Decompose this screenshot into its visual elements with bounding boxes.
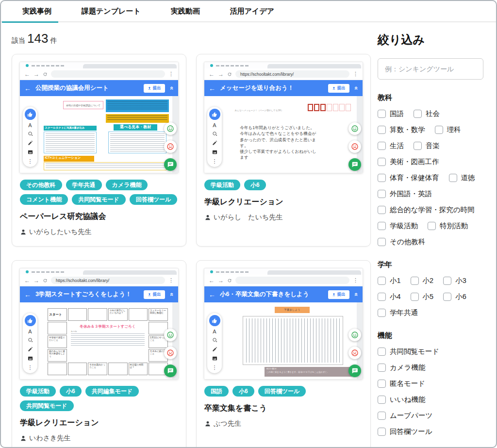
card-author: ぶつ先生 (204, 419, 363, 428)
more-tool-icon: ⋮ (28, 159, 33, 164)
tag[interactable]: 小6 (244, 180, 266, 190)
essay-footer-line2: この枠に収まるように書きます。段落1マス下げること忘れずに。 (266, 371, 353, 374)
upload-icon (332, 293, 336, 297)
tag[interactable]: コメント機能 (20, 194, 68, 205)
more-tool-icon: ⋮ (28, 365, 33, 370)
more-tool-icon: ⋮ (212, 159, 217, 164)
filter-option-feature-3[interactable]: いいね機能 (378, 395, 426, 404)
filter-option-grade-5[interactable]: 小6 (443, 292, 466, 301)
filter-option-grade-4[interactable]: 小5 (411, 292, 434, 301)
url-field (235, 277, 349, 284)
tab-practice-examples[interactable]: 実践事例 (22, 7, 51, 16)
answer-square (333, 104, 338, 111)
filter-option-subject-5[interactable]: 音楽 (414, 141, 440, 150)
collapse-icon: « (168, 293, 176, 296)
thumb-up-tool-icon (209, 315, 220, 326)
filter-option-subject-7[interactable]: 体育・保健体育 (378, 173, 439, 183)
filter-option-subject-13[interactable]: その他教科 (378, 237, 425, 247)
tab-assignment-templates[interactable]: 課題テンプレート (82, 7, 141, 16)
tag[interactable]: 小6 (232, 386, 254, 397)
filter-option-subject-12[interactable]: 特別活動 (428, 221, 468, 231)
tag[interactable]: 共同閲覧モード (20, 400, 74, 411)
answer-square (327, 104, 332, 111)
filter-option-subject-2[interactable]: 算数・数学 (378, 125, 425, 134)
filter-search-input[interactable] (378, 58, 483, 80)
submit-label: 提出 (337, 292, 346, 298)
practice-card-1[interactable]: ← → ⋮ ← 公開授業の協議会用シート 提出 (12, 54, 186, 247)
submit-button: 提出 (144, 84, 165, 93)
filter-option-feature-1[interactable]: カメラ機能 (378, 363, 426, 372)
favicon-dot (26, 64, 29, 67)
forward-arrow-icon: → (218, 71, 224, 77)
board-cell: 組のみんなに新年の挨拶をしよう (48, 349, 67, 362)
filter-option-subject-10[interactable]: 総合的な学習・探究の時間 (378, 205, 475, 215)
tag-list: 学級活動 小6 (204, 180, 363, 190)
person-icon (204, 420, 211, 427)
app-header-bar: ← メッセージを送り合おう！ 提出 « (204, 80, 363, 96)
checkbox-label: 匿名モード (390, 379, 425, 388)
topic-box: 本時の目標や学校課題について (63, 101, 103, 109)
filter-option-subject-6[interactable]: 美術・図画工作 (378, 157, 439, 166)
filter-option-grade-3[interactable]: 小4 (378, 292, 401, 301)
filter-option-subject-4[interactable]: 生活 (378, 141, 404, 150)
filter-option-feature-5[interactable]: 回答欄ツール (378, 427, 432, 436)
filter-option-subject-9[interactable]: 外国語・英語 (378, 189, 432, 199)
filter-option-grade-0[interactable]: 小1 (378, 276, 401, 285)
checkbox-icon (449, 174, 457, 182)
collapse-icon: « (168, 86, 176, 90)
checkbox-label: 生活 (390, 141, 404, 150)
tag[interactable]: 学年共通 (66, 180, 102, 190)
upload-icon (332, 86, 336, 90)
tag[interactable]: 小6 (60, 386, 82, 397)
text-placeholder (107, 116, 167, 121)
practice-card-3[interactable]: ← → https://schooltakt.com/library/ ⋮ ← … (12, 260, 186, 448)
practice-card-4[interactable]: ← → ⋮ ← 小6・卒業文集の下書きをしよう 提出 (196, 260, 371, 448)
filter-option-grade-2[interactable]: 小3 (443, 276, 466, 285)
vertical-text-placeholder (245, 318, 341, 363)
submit-button: 提出 (328, 84, 349, 93)
tag[interactable]: その他教科 (20, 180, 62, 190)
tab-usage-ideas[interactable]: 活用アイデア (230, 7, 274, 16)
filter-option-grade-6[interactable]: 学年共通 (378, 308, 418, 317)
section-body-1 (44, 132, 97, 154)
filter-option-feature-0[interactable]: 共同閲覧モード (378, 347, 439, 356)
tag[interactable]: 学級活動 (204, 180, 240, 190)
tag[interactable]: 共同閲覧モード (72, 194, 126, 205)
tag[interactable]: 国語 (204, 386, 229, 397)
filter-option-subject-0[interactable]: 国語 (378, 109, 404, 118)
board-center: 冬休み＆３学期スタートすごろく ルール (68, 322, 148, 362)
checkbox-icon (414, 110, 422, 118)
checkbox-label: 小3 (455, 276, 466, 285)
card-grid: ← → ⋮ ← 公開授業の協議会用シート 提出 (12, 54, 371, 448)
filter-option-subject-3[interactable]: 理科 (435, 125, 461, 134)
tag[interactable]: 学級活動 (20, 386, 56, 397)
tag[interactable]: カメラ機能 (106, 180, 148, 190)
tag[interactable]: 回答欄ツール (258, 386, 306, 397)
filter-option-grade-1[interactable]: 小2 (411, 276, 434, 285)
filter-option-subject-11[interactable]: 学級活動 (378, 221, 418, 231)
tag[interactable]: 回答欄ツール (130, 194, 178, 205)
board-rule-label: ルール (71, 330, 145, 332)
blue-note (106, 100, 169, 112)
tag[interactable]: 共同編集モード (85, 386, 139, 397)
filter-option-feature-4[interactable]: ムーブパーツ (378, 411, 432, 420)
image-tool-icon (28, 356, 33, 362)
filter-option-feature-2[interactable]: 匿名モード (378, 379, 425, 388)
text-tool-icon: A (28, 329, 32, 334)
answer-square (320, 104, 326, 111)
practice-card-2[interactable]: ← → https://schooltakt.com/library/ ⋮ ← … (196, 54, 371, 247)
frown-reaction-icon (164, 140, 177, 153)
submit-button: 提出 (328, 290, 349, 299)
worksheet-content: スタート 今年の漢字にしたいものは？ ラッキーもう一回同じ数進む 中学校で頑張り… (41, 305, 170, 377)
back-arrow-icon: ← (24, 71, 30, 77)
filter-option-subject-1[interactable]: 社会 (414, 109, 440, 118)
checkbox-icon (378, 428, 386, 436)
pen-tool-icon (212, 347, 217, 353)
tab-practice-videos[interactable]: 実践動画 (171, 7, 200, 16)
filter-option-subject-8[interactable]: 道徳 (449, 173, 475, 183)
worksheet-title: メッセージを送り合おう！ (220, 84, 324, 92)
pen-tool-icon (212, 140, 217, 147)
refresh-icon (227, 278, 232, 283)
text-tool-icon: A (28, 123, 32, 128)
reaction-buttons (164, 122, 177, 171)
